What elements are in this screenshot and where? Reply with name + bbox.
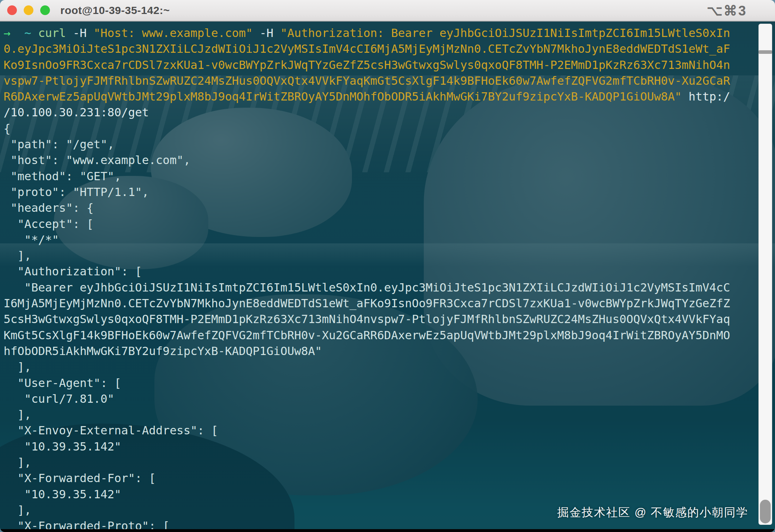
minimize-button[interactable] [24,5,33,15]
terminal-line: vspw7-PtlojyFJMfRhlbnSZwRUZC24MsZHus0OQV… [4,73,775,89]
terminal-output: → ~ curl -H "Host: www.example.com" -H "… [0,22,775,532]
window-title: root@10-39-35-142:~ [60,4,170,17]
titlebar[interactable]: root@10-39-35-142:~ ⌥⌘3 [0,0,775,22]
terminal-line: hfObODR5iAkhMwGKi7BY2uf9zipcYxB-KADQP1Gi… [4,343,775,359]
terminal-line: "Bearer eyJhbGciOiJSUzI1NiIsImtpZCI6Im15… [4,280,775,295]
terminal-line: ], [4,359,775,375]
terminal-line: 5csH3wGtwxgSwlys0qxoQF8TMH-P2EMmD1pKzRz6… [4,311,775,327]
terminal-line: "host": "www.example.com", [4,152,775,168]
window-shortcut-label: ⌥⌘3 [707,3,747,19]
terminal-line: "Accept": [ [4,216,775,232]
terminal-line: "10.39.35.142" [4,486,775,502]
terminal-line: 0.eyJpc3MiOiJteS1pc3N1ZXIiLCJzdWIiOiJ1c2… [4,41,775,57]
terminal-line: "headers": { [4,200,775,216]
screen: root@10-39-35-142:~ ⌥⌘3 → ~ curl -H "Hos… [0,0,775,532]
terminal-line: "User-Agent": [ [4,375,775,391]
terminal-line: KmGt5CsXlgF14k9BFHoEk60w7AwfefZQFVG2mfTC… [4,327,775,343]
close-button[interactable] [7,5,17,15]
traffic-lights [7,5,50,15]
terminal-line: "*/*" [4,232,775,248]
terminal-line: "path": "/get", [4,136,775,152]
terminal-line: "proto": "HTTP/1.1", [4,184,775,200]
terminal-line: { [4,121,775,136]
terminal-line: "10.39.35.142" [4,439,775,454]
terminal-line: "X-Envoy-External-Address": [ [4,423,775,438]
terminal-line: ], [4,454,775,470]
terminal-line: R6DAxerwEz5apUqVWtbJMt29plxM8bJ9oq4IrWit… [4,89,775,104]
terminal-line: ], [4,407,775,423]
watermark: 掘金技术社区 @ 不敏感的小朝同学 [557,505,748,521]
zoom-button[interactable] [40,5,50,15]
scrollbar-mark [758,50,772,54]
terminal-line: "method": "GET", [4,168,775,184]
terminal-window: root@10-39-35-142:~ ⌥⌘3 → ~ curl -H "Hos… [0,0,775,532]
scrollbar[interactable] [758,24,772,525]
terminal[interactable]: → ~ curl -H "Host: www.example.com" -H "… [0,22,775,532]
terminal-line: Ko9IsnOo9FR3Cxca7rCDSl7zxKUa1-v0wcBWYpZr… [4,57,775,73]
terminal-line: I6MjA5MjEyMjMzNn0.CETcZvYbN7MkhoJynE8edd… [4,295,775,311]
terminal-line: "X-Forwarded-For": [ [4,470,775,486]
terminal-line: ], [4,248,775,263]
bottom-edge-bar [0,529,775,532]
terminal-line: "curl/7.81.0" [4,391,775,407]
terminal-line: → ~ curl -H "Host: www.example.com" -H "… [4,25,775,41]
terminal-line: "Authorization": [ [4,263,775,279]
terminal-line: /10.100.30.231:80/get [4,104,775,120]
scrollbar-thumb[interactable] [760,500,771,523]
